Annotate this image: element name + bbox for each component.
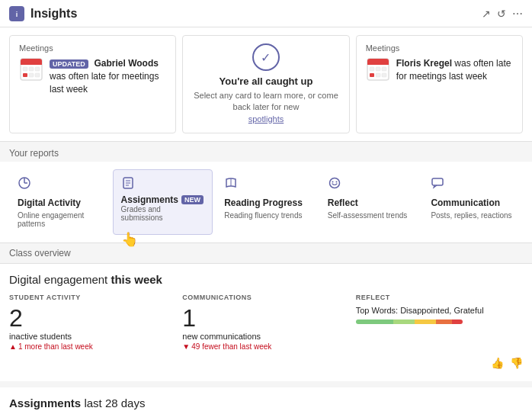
assignments-icon bbox=[121, 176, 205, 193]
reflect-sub: Self-assessment trends bbox=[328, 211, 412, 220]
refresh-icon[interactable]: ↺ bbox=[497, 8, 506, 20]
updated-badge: UPDATED bbox=[50, 59, 88, 69]
communication-name: Communication bbox=[431, 197, 514, 208]
your-reports-label: Your reports bbox=[0, 142, 532, 162]
report-digital-activity[interactable]: Digital Activity Online engagement patte… bbox=[9, 169, 110, 235]
reflect-label: REFLECT bbox=[356, 294, 523, 301]
report-reflect[interactable]: Reflect Self-assessment trends bbox=[319, 169, 420, 235]
calendar-icon-3 bbox=[366, 57, 390, 82]
cursor-hand-icon: 👆 bbox=[121, 231, 138, 248]
new-badge: NEW bbox=[181, 195, 204, 204]
reflect-bar bbox=[356, 319, 463, 324]
reading-progress-name: Reading Progress bbox=[224, 197, 308, 208]
svg-rect-9 bbox=[29, 73, 34, 77]
svg-text:i: i bbox=[16, 11, 18, 18]
more-icon[interactable]: ⋯ bbox=[512, 8, 523, 20]
digital-engagement-title: Digital engagement this week bbox=[9, 273, 523, 286]
assignments-name: Assignments NEW bbox=[121, 194, 205, 205]
header-left: i Insights bbox=[9, 6, 77, 21]
student-activity-desc: inactive students bbox=[9, 332, 176, 341]
svg-rect-15 bbox=[376, 67, 380, 71]
spotlight-card-floris[interactable]: Meetings bbox=[356, 35, 523, 133]
digital-activity-name: Digital Activity bbox=[18, 197, 101, 208]
communications-desc: new communications bbox=[182, 332, 349, 341]
svg-rect-4 bbox=[21, 63, 42, 65]
communications-stat: COMMUNICATIONS 1 new communications ▼ 49… bbox=[182, 294, 349, 351]
report-communication[interactable]: Communication Posts, replies, reactions bbox=[422, 169, 523, 235]
header-actions: ↗ ↺ ⋯ bbox=[482, 8, 523, 20]
report-assignments[interactable]: Assignments NEW Grades and submissions 👆 bbox=[113, 169, 213, 235]
svg-rect-16 bbox=[382, 67, 386, 71]
assignments-sub: Grades and submissions bbox=[121, 205, 205, 222]
digital-engagement-footer: 👍 👎 bbox=[9, 354, 523, 372]
spotlight-card-label-1: Meetings bbox=[19, 43, 166, 53]
svg-rect-14 bbox=[370, 67, 374, 71]
app-header: i Insights ↗ ↺ ⋯ bbox=[0, 0, 532, 27]
svg-rect-6 bbox=[29, 67, 34, 71]
bar-seg-4 bbox=[436, 319, 452, 324]
digital-stats-grid: STUDENT ACTIVITY 2 inactive students ▲ 1… bbox=[9, 294, 523, 351]
digital-activity-icon bbox=[18, 176, 101, 193]
bar-seg-5 bbox=[452, 319, 463, 324]
spotlight-card-caught-up[interactable]: ✓ You're all caught up Select any card t… bbox=[182, 35, 349, 133]
communication-icon bbox=[431, 176, 514, 193]
caught-up-title: You're all caught up bbox=[220, 75, 313, 87]
main-content: Meetings UPDATED bbox=[0, 27, 532, 411]
reading-progress-sub: Reading fluency trends bbox=[224, 211, 308, 220]
svg-rect-7 bbox=[35, 67, 40, 71]
spotlights-section: Meetings UPDATED bbox=[0, 27, 532, 142]
spotlight-card-gabriel[interactable]: Meetings UPDATED bbox=[9, 35, 176, 133]
svg-point-30 bbox=[335, 181, 337, 183]
class-overview-label: Class overview bbox=[0, 243, 532, 264]
svg-point-29 bbox=[332, 181, 333, 183]
bar-seg-2 bbox=[393, 319, 415, 324]
svg-rect-13 bbox=[367, 63, 389, 65]
reflect-top-words: Top Words: Disappointed, Grateful bbox=[356, 306, 523, 315]
communications-label: COMMUNICATIONS bbox=[182, 294, 349, 301]
spotlight-card-content-3: Floris Kregel was often late for meeting… bbox=[366, 57, 513, 83]
thumbs-down-icon[interactable]: 👎 bbox=[510, 357, 523, 369]
expand-icon[interactable]: ↗ bbox=[482, 8, 491, 20]
assignments-card-title: Assignments last 28 days bbox=[9, 397, 523, 409]
svg-rect-31 bbox=[432, 178, 443, 185]
reflect-stat: REFLECT Top Words: Disappointed, Gratefu… bbox=[356, 294, 523, 351]
svg-rect-10 bbox=[35, 73, 40, 77]
spotlight-text-1: UPDATED Gabriel Woods was often late for… bbox=[50, 57, 166, 95]
communications-change: ▼ 49 fewer than last week bbox=[182, 342, 349, 351]
bar-seg-3 bbox=[415, 319, 436, 324]
app-icon: i bbox=[9, 6, 24, 21]
svg-rect-19 bbox=[382, 73, 386, 77]
svg-rect-5 bbox=[23, 67, 27, 71]
page-title: Insights bbox=[30, 7, 77, 21]
svg-rect-17 bbox=[370, 73, 374, 77]
calendar-icon-1 bbox=[19, 57, 43, 82]
communication-sub: Posts, replies, reactions bbox=[431, 211, 514, 220]
check-circle-icon: ✓ bbox=[252, 43, 280, 71]
svg-point-28 bbox=[329, 178, 339, 188]
reflect-name: Reflect bbox=[328, 197, 412, 208]
arrow-down-icon: ▼ bbox=[182, 342, 190, 351]
thumbs-up-icon[interactable]: 👍 bbox=[491, 357, 504, 369]
digital-activity-sub: Online engagement patterns bbox=[18, 211, 101, 228]
spotlight-card-content-1: UPDATED Gabriel Woods was often late for… bbox=[19, 57, 166, 95]
bar-seg-1 bbox=[356, 319, 393, 324]
reading-progress-icon bbox=[224, 176, 308, 193]
student-activity-label: STUDENT ACTIVITY bbox=[9, 294, 176, 301]
student-activity-number: 2 bbox=[9, 306, 176, 330]
spotlights-link[interactable]: spotlights bbox=[248, 114, 284, 124]
digital-engagement-card: Digital engagement this week STUDENT ACT… bbox=[0, 264, 532, 381]
report-reading-progress[interactable]: Reading Progress Reading fluency trends bbox=[216, 169, 316, 235]
spotlight-text-3: Floris Kregel was often late for meeting… bbox=[396, 57, 513, 83]
reports-row: Digital Activity Online engagement patte… bbox=[0, 162, 532, 243]
spotlight-card-label-3: Meetings bbox=[366, 43, 513, 53]
reflect-icon bbox=[328, 176, 412, 193]
arrow-up-icon: ▲ bbox=[9, 342, 17, 351]
caught-up-sub: Select any card to learn more, or come b… bbox=[192, 90, 339, 125]
svg-rect-8 bbox=[23, 73, 27, 77]
svg-rect-18 bbox=[376, 73, 380, 77]
student-activity-stat: STUDENT ACTIVITY 2 inactive students ▲ 1… bbox=[9, 294, 176, 351]
communications-number: 1 bbox=[182, 306, 349, 330]
student-activity-change: ▲ 1 more than last week bbox=[9, 342, 176, 351]
assignments-card: Assignments last 28 days STATUS 5 missed… bbox=[0, 381, 532, 411]
